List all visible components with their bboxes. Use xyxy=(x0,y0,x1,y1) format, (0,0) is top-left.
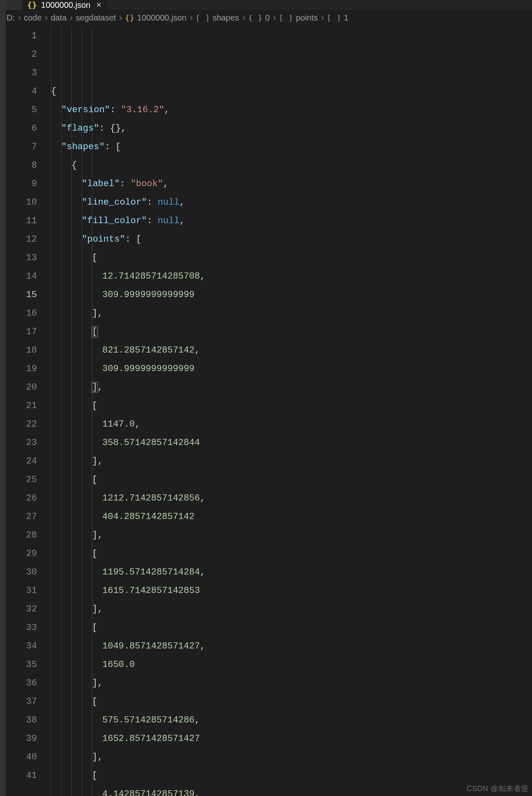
line-number: 37 xyxy=(6,692,37,711)
code-line[interactable]: 358.57142857142844 xyxy=(51,434,532,452)
token-p: : xyxy=(147,216,157,226)
code-editor[interactable]: 1234567891011121314151617181920212223242… xyxy=(6,27,532,796)
code-line[interactable]: 821.2857142857142, xyxy=(51,341,532,360)
code-line[interactable]: "points": [ xyxy=(51,230,532,249)
code-line[interactable]: 12.714285714285708, xyxy=(51,267,532,286)
token-p: ], xyxy=(92,530,103,540)
line-number: 18 xyxy=(6,341,37,360)
token-n: 1049.8571428571427 xyxy=(102,641,200,651)
breadcrumb-item[interactable]: { }0 xyxy=(248,13,270,23)
breadcrumb-item[interactable]: [ ]1 xyxy=(327,13,349,23)
breadcrumb-label: 1000000.json xyxy=(137,13,187,23)
token-n: 1652.8571428571427 xyxy=(102,734,200,744)
breadcrumb-item[interactable]: {}1000000.json xyxy=(125,13,187,23)
code-line[interactable]: { xyxy=(51,156,532,175)
code-line[interactable]: ], xyxy=(51,304,532,323)
chevron-right-icon xyxy=(271,15,278,21)
token-p: ], xyxy=(92,678,103,688)
code-line[interactable]: 4.142857142857139, xyxy=(51,785,532,796)
token-p: [ xyxy=(92,697,97,707)
breadcrumb-item[interactable]: D: xyxy=(7,13,15,23)
line-number: 39 xyxy=(6,729,37,748)
token-n: 309.9999999999999 xyxy=(102,290,194,300)
token-k: "shapes" xyxy=(61,142,105,152)
token-p: : xyxy=(125,234,136,245)
line-number: 1 xyxy=(6,27,37,45)
bracket-icon: { } xyxy=(248,14,263,22)
code-line[interactable]: [ xyxy=(51,249,532,267)
code-line[interactable]: { xyxy=(51,82,532,101)
token-n: 358.57142857142844 xyxy=(102,438,200,448)
code-line[interactable]: [ xyxy=(51,692,532,711)
code-line[interactable]: [ xyxy=(51,323,532,341)
code-line[interactable]: ], xyxy=(51,452,532,471)
code-line[interactable]: 1615.7142857142853 xyxy=(51,581,532,600)
code-line[interactable]: "line_color": null, xyxy=(51,193,532,212)
line-number: 5 xyxy=(6,101,37,119)
breadcrumb-item[interactable]: data xyxy=(51,13,67,23)
token-k: "fill_color" xyxy=(82,216,147,226)
line-number: 32 xyxy=(6,600,37,618)
code-line[interactable]: 1147.0, xyxy=(51,415,532,434)
code-line[interactable]: 309.9999999999999 xyxy=(51,286,532,304)
breadcrumb-item[interactable]: [ ]points xyxy=(279,13,318,23)
editor-area: {} 1000000.json × D:codedatasegdataset{}… xyxy=(6,0,532,796)
token-kw: null xyxy=(158,216,180,226)
code-line[interactable]: [ xyxy=(51,766,532,785)
token-n: 309.9999999999999 xyxy=(102,364,194,374)
code-line[interactable]: ], xyxy=(51,674,532,692)
code-line[interactable]: "flags": {}, xyxy=(51,119,532,138)
code-line[interactable]: 1650.0 xyxy=(51,655,532,674)
breadcrumb-item[interactable]: segdataset xyxy=(76,13,116,23)
token-n: 1195.5714285714284 xyxy=(102,567,200,577)
code-line[interactable]: 1195.5714285714284, xyxy=(51,563,532,581)
token-p: [ xyxy=(92,771,97,781)
breadcrumb-label: 0 xyxy=(265,13,270,23)
code-line[interactable]: 575.5714285714286, xyxy=(51,711,532,729)
code-line[interactable]: "version": "3.16.2", xyxy=(51,101,532,119)
code-line[interactable]: [ xyxy=(51,397,532,415)
token-k: "points" xyxy=(82,234,125,245)
code-line[interactable]: ], xyxy=(51,378,532,397)
chevron-right-icon xyxy=(240,15,247,21)
watermark: CSDN @知来者逆 xyxy=(467,784,529,794)
token-p: [ xyxy=(92,401,97,411)
token-k: "version" xyxy=(61,105,110,115)
code-line[interactable]: "fill_color": null, xyxy=(51,212,532,230)
code-line[interactable]: 1652.8571428571427 xyxy=(51,729,532,748)
close-icon[interactable]: × xyxy=(94,0,101,9)
code-line[interactable]: 309.9999999999999 xyxy=(51,360,532,378)
code-line[interactable]: ], xyxy=(51,600,532,618)
line-number: 23 xyxy=(6,434,37,452)
line-number: 11 xyxy=(6,212,37,230)
token-s: "book" xyxy=(131,179,163,189)
code-line[interactable]: ], xyxy=(51,526,532,545)
token-n: 12.714285714285708 xyxy=(102,271,200,281)
code-line[interactable]: ], xyxy=(51,748,532,766)
activity-bar[interactable] xyxy=(0,0,6,796)
code-line[interactable]: 1212.7142857142856, xyxy=(51,489,532,508)
token-p: , xyxy=(97,382,103,392)
breadcrumb-item[interactable]: [ ]shapes xyxy=(196,13,239,23)
line-number: 7 xyxy=(6,138,37,156)
line-number: 19 xyxy=(6,360,37,378)
line-number: 20 xyxy=(6,378,37,397)
tab-active[interactable]: {} 1000000.json × xyxy=(22,0,108,10)
code-line[interactable]: "label": "book", xyxy=(51,175,532,193)
line-number: 36 xyxy=(6,674,37,692)
line-number: 14 xyxy=(6,267,37,286)
breadcrumb-item[interactable]: code xyxy=(24,13,41,23)
code-line[interactable]: [ xyxy=(51,471,532,489)
token-n: 404.2857142857142 xyxy=(102,512,194,522)
line-number: 3 xyxy=(6,64,37,82)
code-line[interactable]: "shapes": [ xyxy=(51,138,532,156)
code-line[interactable]: 1049.8571428571427, xyxy=(51,637,532,655)
token-p: , xyxy=(194,345,200,355)
line-number: 15 xyxy=(6,286,37,304)
code-content[interactable]: {"version": "3.16.2","flags": {},"shapes… xyxy=(51,27,532,796)
token-p: ], xyxy=(92,752,103,762)
code-line[interactable]: 404.2857142857142 xyxy=(51,508,532,526)
code-line[interactable]: [ xyxy=(51,618,532,637)
code-line[interactable]: [ xyxy=(51,545,532,563)
breadcrumb[interactable]: D:codedatasegdataset{}1000000.json[ ]sha… xyxy=(6,10,532,27)
